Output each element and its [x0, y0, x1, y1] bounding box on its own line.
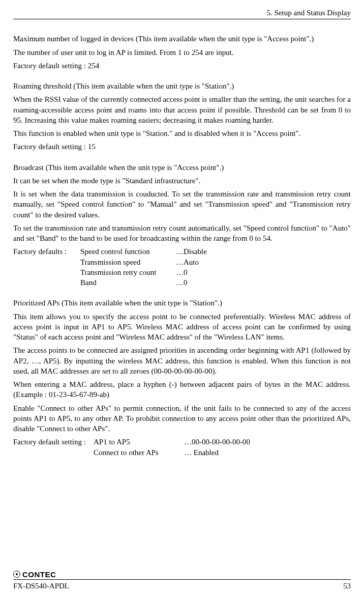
- broadcast-default-label-1: Transmission speed: [80, 257, 176, 267]
- prioritized-default-label-1: Connect to other APs: [94, 447, 184, 458]
- broadcast-default-label-0: Speed control function: [80, 246, 176, 257]
- broadcast-p3: To set the transmission rate and transmi…: [13, 223, 351, 244]
- broadcast-default-label-3: Band: [80, 277, 176, 288]
- prioritized-p3: When entering a MAC address, place a hyp…: [13, 379, 351, 400]
- roaming-p3: Factory default setting : 15: [13, 142, 351, 152]
- broadcast-default-value-0: …Disable: [176, 246, 207, 257]
- prioritized-default-row: Factory default setting : AP1 to AP5 …00…: [13, 437, 351, 447]
- prioritized-default-label-0: AP1 to AP5: [94, 437, 184, 447]
- broadcast-title: Broadcast (This item available when the …: [13, 162, 351, 173]
- max-devices-title: Maximum number of logged in devices (Thi…: [13, 34, 351, 44]
- roaming-p1: When the RSSI value of the currently con…: [13, 94, 351, 125]
- broadcast-default-row: Transmission retry count …0: [13, 267, 351, 277]
- brand-text: CONTEC: [22, 571, 56, 578]
- brand-logo: CONTEC: [13, 571, 56, 578]
- broadcast-p2: It is set when the data transmission is …: [13, 189, 351, 220]
- broadcast-default-value-2: …0: [176, 267, 188, 277]
- prioritized-p2: The access points to be connected are as…: [13, 345, 351, 376]
- broadcast-defaults-lead: Factory defaults :: [13, 246, 80, 257]
- footer-page-number: 53: [343, 581, 351, 591]
- footer: CONTEC FX-DS540-APDL 53: [13, 568, 351, 591]
- prioritized-default-value-0: …00-00-00-00-00-00: [184, 437, 250, 447]
- broadcast-default-label-2: Transmission retry count: [80, 267, 176, 277]
- broadcast-default-value-3: …0: [176, 277, 188, 288]
- max-devices-p2: Factory default setting : 254: [13, 61, 351, 71]
- broadcast-defaults: Factory defaults : Speed control functio…: [13, 246, 351, 288]
- roaming-p2: This function is enabled when unit type …: [13, 128, 351, 138]
- header-rule: [13, 19, 351, 19]
- header-chapter: 5. Setup and Status Display: [13, 8, 351, 18]
- broadcast-p1: It can be set when the mode type is "Sta…: [13, 176, 351, 186]
- page: 5. Setup and Status Display Maximum numb…: [0, 0, 364, 592]
- brand-icon: [13, 571, 20, 578]
- roaming-title: Roaming threshold (This item available w…: [13, 81, 351, 91]
- prioritized-defaults: Factory default setting : AP1 to AP5 …00…: [13, 437, 351, 458]
- prioritized-p4: Enable "Connect to other APs" to permit …: [13, 403, 351, 434]
- max-devices-p1: The number of user unit to log in AP is …: [13, 47, 351, 58]
- footer-row: FX-DS540-APDL 53: [13, 581, 351, 591]
- broadcast-default-row: Band …0: [13, 277, 351, 288]
- prioritized-defaults-lead: Factory default setting :: [13, 437, 94, 447]
- broadcast-default-row: Factory defaults : Speed control functio…: [13, 246, 351, 257]
- footer-rule: [13, 579, 351, 580]
- prioritized-title: Prioritized APs (This item available whe…: [13, 298, 351, 308]
- prioritized-p1: This item allows you to specify the acce…: [13, 312, 351, 343]
- footer-model: FX-DS540-APDL: [13, 581, 69, 591]
- prioritized-default-value-1: … Enabled: [184, 447, 219, 458]
- broadcast-default-row: Transmission speed …Auto: [13, 257, 351, 267]
- prioritized-default-row: Connect to other APs … Enabled: [13, 447, 351, 458]
- broadcast-default-value-1: …Auto: [176, 257, 199, 267]
